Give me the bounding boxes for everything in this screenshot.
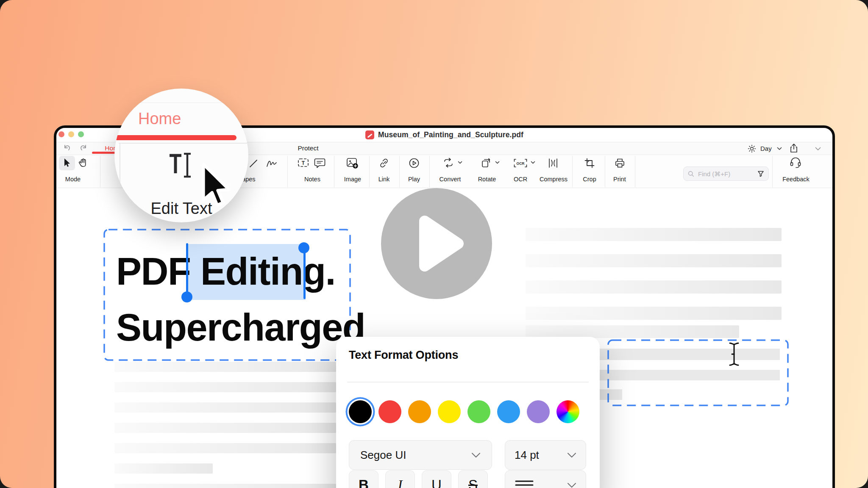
selection-handle-start-knob[interactable] [181, 291, 192, 302]
rotate-icon[interactable] [481, 158, 492, 169]
feedback-headset-icon[interactable] [789, 156, 802, 169]
crop-icon[interactable] [584, 158, 595, 169]
font-size-value: 14 pt [515, 449, 539, 462]
underline-button[interactable]: U [422, 470, 451, 488]
document-title: Museum_of_Painting_and_Sculpture.pdf [378, 130, 523, 139]
color-swatch-red[interactable] [378, 400, 401, 423]
text-format-options-panel: Text Format Options Segoe UI 14 pt B I [336, 337, 600, 488]
color-swatch-rainbow[interactable] [556, 400, 579, 423]
magnified-home-tab: Home [138, 110, 181, 128]
hand-tool-icon[interactable] [78, 157, 89, 169]
freehand-signature-icon[interactable] [266, 158, 278, 169]
share-icon[interactable] [789, 143, 799, 154]
placeholder-text-line [114, 382, 336, 392]
selection-handle-start-bar[interactable] [186, 243, 188, 294]
video-play-button[interactable] [381, 188, 492, 299]
search-field[interactable] [683, 166, 769, 181]
color-swatch-blue[interactable] [497, 400, 520, 423]
tab-protect[interactable]: Protect [287, 144, 329, 152]
placeholder-text-line [526, 254, 782, 267]
toolbar-label-convert[interactable]: Convert [429, 176, 471, 183]
filter-funnel-icon[interactable] [757, 170, 764, 177]
search-icon [688, 171, 694, 177]
image-add-icon[interactable] [346, 157, 359, 169]
font-family-value: Segoe UI [360, 449, 406, 462]
alignment-dropdown[interactable] [505, 470, 586, 488]
headline-post: . [325, 250, 335, 293]
color-swatch-purple[interactable] [527, 400, 550, 423]
selection-handle-end-knob[interactable] [298, 242, 309, 253]
theme-day-label[interactable]: Day [760, 145, 772, 152]
placeholder-text-line-short [526, 325, 739, 338]
font-size-dropdown[interactable]: 14 pt [505, 440, 586, 470]
panel-title: Text Format Options [349, 349, 458, 362]
pdf-file-icon [365, 130, 374, 139]
placeholder-text-line [526, 228, 782, 241]
italic-button[interactable]: I [385, 470, 415, 488]
color-swatch-row [349, 400, 579, 423]
compress-icon[interactable] [548, 158, 559, 169]
chevron-down-icon [471, 452, 481, 458]
magnified-home-underline [114, 135, 236, 140]
play-tool-icon[interactable] [409, 158, 420, 169]
placeholder-text-line [114, 402, 336, 413]
select-cursor-icon[interactable] [62, 158, 72, 169]
placeholder-text-line-short [114, 463, 213, 474]
placeholder-text-line [114, 484, 336, 488]
line-shape-icon[interactable] [248, 158, 259, 169]
color-swatch-orange[interactable] [408, 400, 431, 423]
theme-sun-icon[interactable] [747, 144, 757, 153]
link-icon[interactable] [378, 158, 389, 169]
print-icon[interactable] [614, 158, 626, 169]
color-swatch-green[interactable] [467, 400, 490, 423]
chevron-down-icon [567, 452, 576, 458]
placeholder-text-line [526, 280, 782, 294]
placeholder-text-line [114, 443, 336, 453]
convert-icon[interactable] [442, 158, 454, 169]
headline-line1: PDF Editing. [116, 250, 335, 294]
toolbar-label-notes[interactable]: Notes [291, 176, 334, 183]
panel-divider [347, 382, 589, 383]
play-triangle-icon [381, 188, 492, 299]
toolbar-label-print[interactable]: Print [598, 176, 641, 183]
magnified-toolbar-border-h [119, 143, 248, 144]
theme-chevron-icon[interactable] [777, 147, 782, 150]
font-family-dropdown[interactable]: Segoe UI [349, 440, 492, 470]
right-text-selection-box[interactable] [607, 339, 790, 407]
toolbar-collapse-chevron-icon[interactable] [815, 147, 821, 151]
ocr-icon[interactable]: OCR [513, 158, 528, 168]
text-ibeam-cursor [727, 341, 741, 367]
placeholder-text-line [526, 307, 782, 320]
convert-chevron-icon[interactable] [458, 161, 462, 164]
redo-icon[interactable] [79, 144, 88, 153]
svg-text:T: T [302, 160, 305, 166]
color-swatch-black[interactable] [349, 400, 372, 423]
promo-screenshot: Museum_of_Painting_and_Sculpture.pdf Hom… [0, 0, 868, 488]
svg-text:OCR: OCR [517, 161, 525, 166]
toolbar-label-mode[interactable]: Mode [52, 176, 94, 183]
rotate-chevron-icon[interactable] [495, 161, 500, 164]
edit-text-tool-icon [167, 151, 194, 179]
chevron-down-icon [567, 482, 576, 488]
search-input[interactable] [697, 170, 754, 178]
toolbar-label-feedback[interactable]: Feedback [775, 176, 817, 183]
headline-line2: Supercharged [116, 306, 365, 349]
selection-handle-end-bar[interactable] [303, 247, 306, 299]
color-swatch-yellow[interactable] [438, 400, 461, 423]
comment-bubble-icon[interactable] [314, 158, 326, 169]
strikethrough-button[interactable]: S [458, 470, 488, 488]
undo-icon[interactable] [62, 144, 72, 153]
align-justify-icon [515, 479, 534, 488]
mouse-arrow-cursor [198, 162, 234, 210]
ocr-chevron-icon[interactable] [531, 161, 535, 164]
placeholder-text-line [114, 362, 336, 372]
text-note-icon[interactable]: T [298, 158, 309, 168]
placeholder-text-line [114, 423, 336, 433]
headline-selected-text: Editing [200, 250, 325, 293]
bold-button[interactable]: B [349, 470, 378, 488]
